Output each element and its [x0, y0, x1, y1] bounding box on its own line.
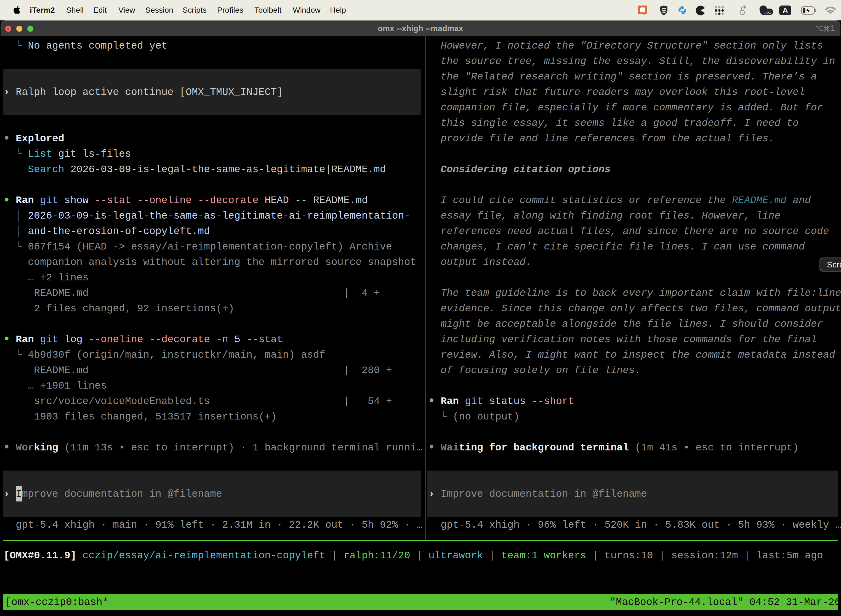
- svg-text:..61: ..61: [764, 10, 771, 14]
